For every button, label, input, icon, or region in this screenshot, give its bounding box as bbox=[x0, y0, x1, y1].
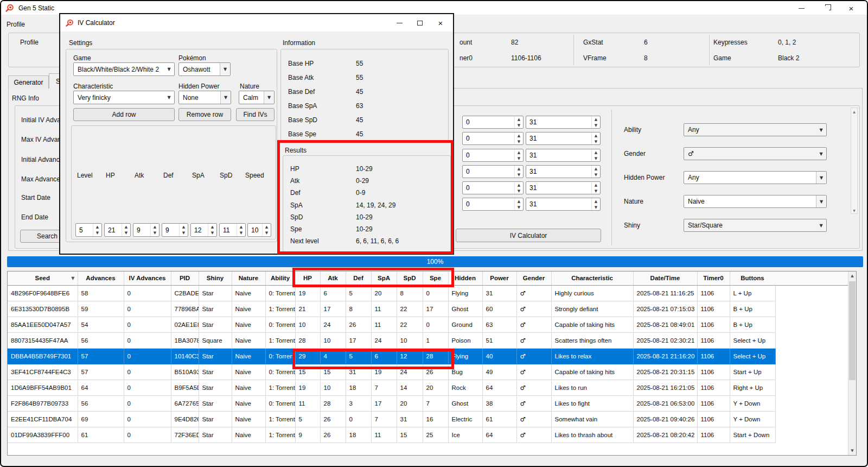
table-cell[interactable]: 57 bbox=[78, 364, 124, 380]
column-header-shiny[interactable]: Shiny bbox=[199, 272, 232, 285]
table-cell[interactable]: 0 bbox=[124, 348, 171, 364]
table-row[interactable]: 85AA1EE50D047A5754002AE1E8AStarNaive0: T… bbox=[8, 317, 775, 332]
table-cell[interactable]: Ghost bbox=[448, 301, 482, 317]
spin-up-icon[interactable]: ▲ bbox=[515, 132, 523, 138]
table-cell[interactable]: 24 bbox=[371, 332, 397, 348]
table-cell[interactable]: 17 bbox=[371, 395, 397, 411]
spin-up-icon[interactable]: ▲ bbox=[180, 224, 188, 230]
table-cell[interactable]: 0 bbox=[124, 317, 171, 332]
table-cell[interactable]: 20 bbox=[423, 380, 448, 395]
table-row[interactable]: F2F864B977B097335606A727653StarNaive0: T… bbox=[8, 395, 775, 411]
spin-down-icon[interactable]: ▼ bbox=[592, 172, 600, 178]
filter-combobox-nature[interactable]: Naive▼ bbox=[684, 195, 827, 208]
nature-combobox[interactable]: Calm▼ bbox=[239, 91, 275, 104]
table-cell[interactable]: Select + Up bbox=[730, 348, 775, 364]
scroll-up-icon[interactable]: ▲ bbox=[848, 272, 856, 280]
table-cell[interactable]: 56 bbox=[78, 332, 124, 348]
table-cell[interactable]: 2025-08-21 11:16:25 bbox=[633, 285, 697, 301]
table-cell[interactable]: 2025-08-21 07:15:03 bbox=[633, 301, 697, 317]
table-cell[interactable]: Right + Up bbox=[730, 380, 775, 395]
spin-up-icon[interactable]: ▲ bbox=[122, 224, 130, 230]
table-cell[interactable]: 6 bbox=[371, 348, 397, 364]
spin-down-icon[interactable]: ▼ bbox=[122, 230, 130, 237]
table-cell[interactable]: 0: Torrent bbox=[265, 317, 295, 332]
table-cell[interactable]: 18 bbox=[346, 427, 371, 443]
table-cell[interactable]: 1106 bbox=[697, 427, 730, 443]
table-cell[interactable]: 1106 bbox=[697, 380, 730, 395]
table-cell[interactable]: 15 bbox=[295, 364, 320, 380]
table-cell[interactable]: 51 bbox=[482, 332, 516, 348]
spin-down-icon[interactable]: ▼ bbox=[237, 230, 245, 237]
spin-down-icon[interactable]: ▼ bbox=[93, 230, 101, 237]
table-cell[interactable]: 0: Torrent bbox=[265, 395, 295, 411]
spin-up-icon[interactable]: ▲ bbox=[592, 149, 600, 155]
remove-row-button[interactable]: Remove row bbox=[178, 108, 231, 121]
table-cell[interactable]: 64 bbox=[482, 380, 516, 395]
table-cell[interactable]: 85AA1EE50D047A57 bbox=[8, 317, 78, 332]
iv-row-spinbox-2[interactable]: 9▲▼ bbox=[133, 223, 159, 237]
spin-up-icon[interactable]: ▲ bbox=[592, 132, 600, 138]
table-cell[interactable]: 7 bbox=[371, 380, 397, 395]
spin-up-icon[interactable]: ▲ bbox=[263, 224, 271, 230]
table-cell[interactable]: 15 bbox=[397, 427, 423, 443]
scrollbar-thumb[interactable] bbox=[849, 281, 856, 380]
table-cell[interactable]: 1 bbox=[423, 332, 448, 348]
spin-down-icon[interactable]: ▼ bbox=[151, 230, 159, 237]
side-scrollbar[interactable]: ▲ ▼ bbox=[851, 108, 858, 214]
spin-up-icon[interactable]: ▲ bbox=[151, 224, 159, 230]
spin-down-icon[interactable]: ▼ bbox=[592, 188, 600, 194]
table-cell[interactable]: 19 bbox=[295, 285, 320, 301]
table-cell[interactable]: 0 bbox=[124, 285, 171, 301]
table-row[interactable]: E2EE41CF11DBA7046909E4D8268StarNaive1: T… bbox=[8, 411, 775, 427]
iv-row-spinbox-5[interactable]: 11▲▼ bbox=[219, 223, 246, 237]
find-ivs-button[interactable]: Find IVs bbox=[236, 108, 275, 121]
column-header-ability[interactable]: Ability bbox=[265, 272, 295, 285]
iv-row-spinbox-3[interactable]: 9▲▼ bbox=[162, 223, 188, 237]
table-cell[interactable]: Strongly defiant bbox=[551, 301, 633, 317]
iv-min-spinbox[interactable]: 0▲▼ bbox=[462, 116, 524, 129]
iv-row-spinbox-6[interactable]: 10▲▼ bbox=[247, 223, 271, 237]
table-cell[interactable]: 9 bbox=[295, 427, 320, 443]
spin-down-icon[interactable]: ▼ bbox=[515, 155, 523, 161]
table-cell[interactable]: 0 bbox=[124, 411, 171, 427]
table-cell[interactable]: Ice bbox=[448, 427, 482, 443]
spin-down-icon[interactable]: ▼ bbox=[515, 138, 523, 144]
table-row[interactable]: 01DF99A3839FFF0061072F36ED0StarNaive1: T… bbox=[8, 427, 775, 443]
table-cell[interactable]: Likes to relax bbox=[551, 348, 633, 364]
table-cell[interactable]: 19 bbox=[295, 380, 320, 395]
table-cell[interactable]: L + Up bbox=[730, 285, 775, 301]
table-cell[interactable]: B510A931 bbox=[171, 364, 199, 380]
spin-down-icon[interactable]: ▼ bbox=[515, 204, 523, 210]
table-cell[interactable]: Poison bbox=[448, 332, 482, 348]
table-cell[interactable]: 28 bbox=[320, 395, 346, 411]
table-cell[interactable]: 2025-08-21 21:16:20 bbox=[633, 348, 697, 364]
table-cell[interactable]: 6 bbox=[320, 285, 346, 301]
column-header-buttons[interactable]: Buttons bbox=[730, 272, 775, 285]
spin-up-icon[interactable]: ▲ bbox=[592, 198, 600, 204]
iv-min-spinbox[interactable]: 0▲▼ bbox=[462, 132, 524, 145]
table-cell[interactable]: 77896BAD bbox=[171, 301, 199, 317]
spin-up-icon[interactable]: ▲ bbox=[515, 198, 523, 204]
table-cell[interactable]: ♂ bbox=[516, 332, 551, 348]
table-cell[interactable]: Capable of taking hits bbox=[551, 317, 633, 332]
spin-up-icon[interactable]: ▲ bbox=[515, 182, 523, 188]
table-cell[interactable]: Naive bbox=[232, 317, 265, 332]
table-cell[interactable]: 26 bbox=[423, 364, 448, 380]
table-cell[interactable]: Start + Up bbox=[730, 364, 775, 380]
table-cell[interactable]: B + Up bbox=[730, 317, 775, 332]
column-header-spe[interactable]: Spe bbox=[423, 272, 448, 285]
table-cell[interactable]: ♂ bbox=[516, 411, 551, 427]
table-cell[interactable]: 26 bbox=[320, 427, 346, 443]
table-cell[interactable]: Naive bbox=[232, 427, 265, 443]
column-header-spd[interactable]: SpD bbox=[397, 272, 423, 285]
table-cell[interactable]: ♂ bbox=[516, 364, 551, 380]
spin-up-icon[interactable]: ▲ bbox=[515, 149, 523, 155]
table-cell[interactable]: Scatters things often bbox=[551, 332, 633, 348]
table-cell[interactable]: 1: Torrent bbox=[265, 411, 295, 427]
table-cell[interactable]: 20 bbox=[371, 285, 397, 301]
table-cell[interactable]: Ghost bbox=[448, 395, 482, 411]
table-cell[interactable]: 31 bbox=[346, 364, 371, 380]
table-cell[interactable]: 19 bbox=[371, 364, 397, 380]
table-cell[interactable]: 2025-08-21 09:40:26 bbox=[633, 411, 697, 427]
spin-down-icon[interactable]: ▼ bbox=[263, 230, 271, 237]
